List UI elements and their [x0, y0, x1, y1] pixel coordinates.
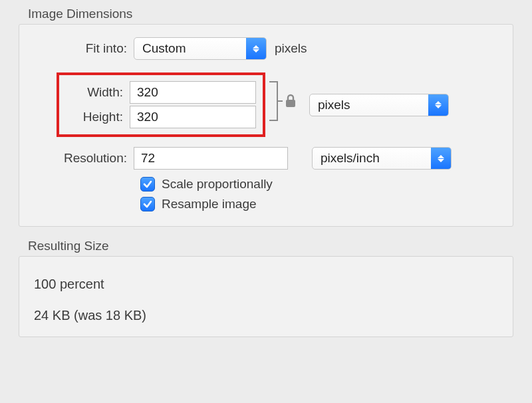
check-icon [143, 200, 152, 209]
width-row: Width: [66, 81, 256, 104]
resolution-input[interactable] [134, 147, 288, 170]
fit-into-unit: pixels [267, 41, 307, 56]
scale-proportionally-row: Scale proportionally [140, 177, 499, 192]
resample-image-checkbox[interactable] [140, 197, 155, 211]
updown-icon [428, 94, 448, 116]
lock-icon[interactable] [284, 93, 297, 109]
resulting-filesize: 24 KB (was 18 KB) [34, 308, 498, 323]
check-icon [143, 180, 152, 189]
height-input[interactable] [130, 106, 256, 128]
updown-icon [246, 38, 266, 59]
fit-into-label: Fit into: [33, 41, 134, 56]
wh-unit-select[interactable]: pixels [309, 94, 449, 116]
resulting-size-panel: 100 percent 24 KB (was 18 KB) [19, 256, 513, 337]
width-input[interactable] [130, 81, 256, 104]
image-dimensions-title: Image Dimensions [19, 7, 513, 21]
resample-image-row: Resample image [140, 197, 499, 211]
resulting-size-title: Resulting Size [19, 239, 513, 253]
image-dimensions-panel: Fit into: Custom pixels Width: Height: [19, 24, 513, 227]
resample-image-label: Resample image [162, 197, 257, 211]
resulting-percent: 100 percent [34, 277, 498, 292]
width-label: Width: [66, 85, 130, 100]
resolution-row: Resolution: pixels/inch [33, 146, 499, 170]
width-height-group: Width: Height: pixels [33, 72, 499, 137]
scale-proportionally-label: Scale proportionally [162, 177, 273, 192]
resolution-unit-select-value: pixels/inch [313, 151, 431, 166]
resolution-unit-select[interactable]: pixels/inch [312, 147, 452, 170]
scale-proportionally-checkbox[interactable] [140, 177, 155, 192]
height-label: Height: [66, 110, 130, 124]
aspect-lock-bracket [268, 72, 297, 130]
bracket-icon [268, 72, 283, 130]
resolution-label: Resolution: [33, 151, 134, 166]
fit-into-select[interactable]: Custom [134, 37, 267, 60]
width-height-highlight: Width: Height: [57, 72, 265, 137]
height-row: Height: [66, 106, 256, 128]
fit-into-row: Fit into: Custom pixels [33, 37, 499, 61]
fit-into-select-value: Custom [134, 41, 246, 56]
updown-icon [431, 148, 451, 169]
wh-unit-select-value: pixels [310, 98, 428, 112]
svg-rect-0 [286, 100, 295, 107]
